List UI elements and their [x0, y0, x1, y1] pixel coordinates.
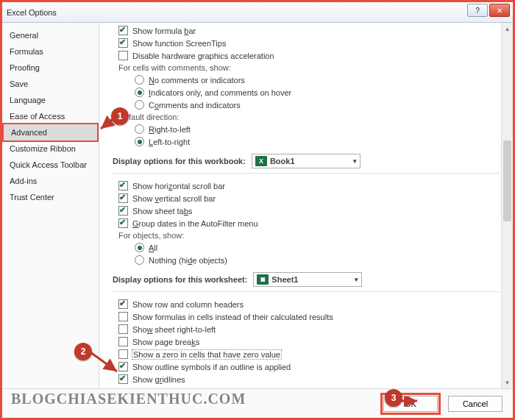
content-pane: Show formula bar Show function ScreenTip… — [99, 23, 513, 388]
options-sidebar: General Formulas Proofing Save Language … — [2, 23, 99, 388]
disable-hw-label: Disable hardware graphics acceleration — [132, 51, 274, 60]
sidebar-item-advanced[interactable]: Advanced — [2, 123, 99, 142]
group-dates-label: Group dates in the AutoFilter menu — [132, 219, 258, 228]
objects-heading: For objects, show: — [113, 229, 500, 241]
sheet-tabs-label: Show sheet tabs — [132, 207, 192, 216]
group-dates-checkbox[interactable] — [118, 218, 128, 228]
hscroll-checkbox[interactable] — [118, 181, 128, 191]
disable-hw-checkbox[interactable] — [118, 51, 128, 60]
show-zero-label: Show a zero in cells that have zero valu… — [132, 350, 281, 359]
callout-3: 3 — [385, 389, 402, 407]
page-breaks-label: Show page breaks — [132, 338, 199, 346]
page-breaks-checkbox[interactable] — [118, 337, 128, 346]
outline-symbols-label: Show outline symbols if an outline is ap… — [132, 363, 291, 371]
sheet-tabs-checkbox[interactable] — [118, 206, 128, 216]
comments-both-radio[interactable] — [135, 100, 144, 110]
show-formula-bar-label: Show formula bar — [132, 26, 196, 35]
sheet-rtl-checkbox[interactable] — [118, 324, 128, 334]
worksheet-combo-value: Sheet1 — [271, 275, 298, 284]
obj-none-label: Nothing (hide objects) — [149, 256, 227, 265]
comments-indicators-radio[interactable] — [135, 88, 144, 97]
worksheet-combo[interactable]: ▦Sheet1 — [253, 272, 362, 287]
hscroll-label: Show horizontal scroll bar — [132, 182, 225, 191]
vscroll-checkbox[interactable] — [118, 193, 128, 203]
workbook-group-label: Display options for this workbook: — [113, 157, 246, 165]
worksheet-group-title: Display options for this worksheet: ▦She… — [113, 266, 500, 292]
sidebar-item-proofing[interactable]: Proofing — [2, 60, 99, 76]
workbook-combo-value: Book1 — [270, 157, 295, 165]
obj-none-radio[interactable] — [135, 255, 144, 265]
comments-none-label: No comments or indicators — [149, 76, 245, 85]
close-button[interactable]: ✕ — [489, 4, 510, 17]
sidebar-item-customize-ribbon[interactable]: Customize Ribbon — [2, 140, 99, 157]
obj-all-radio[interactable] — [135, 243, 144, 252]
vscroll-label: Show vertical scroll bar — [132, 194, 216, 203]
ltr-label: Left-to-right — [149, 138, 190, 146]
obj-all-label: All — [149, 243, 157, 252]
sidebar-item-ease-of-access[interactable]: Ease of Access — [2, 108, 99, 124]
rtl-radio[interactable] — [135, 124, 144, 134]
row-col-headers-checkbox[interactable] — [118, 299, 128, 309]
row-col-headers-label: Show row and column headers — [132, 300, 244, 309]
help-button[interactable]: ? — [467, 4, 488, 17]
comments-none-radio[interactable] — [135, 75, 144, 85]
excel-icon: X — [255, 156, 267, 166]
show-formulas-label: Show formulas in cells instead of their … — [132, 313, 333, 321]
show-screentips-checkbox[interactable] — [118, 38, 128, 48]
direction-heading: Default direction: — [113, 111, 500, 123]
watermark: BLOGCHIASEKIENTHUC.COM — [11, 391, 246, 407]
sidebar-item-save[interactable]: Save — [2, 76, 99, 92]
sheet-icon: ▦ — [257, 274, 269, 285]
comments-indicators-label: Indicators only, and comments on hover — [149, 88, 291, 97]
worksheet-group-label: Display options for this worksheet: — [113, 275, 247, 284]
sidebar-item-addins[interactable]: Add-ins — [2, 173, 99, 189]
callout-1: 1 — [111, 107, 129, 125]
gridlines-label: Show gridlines — [132, 375, 185, 384]
show-formulas-checkbox[interactable] — [118, 312, 128, 321]
titlebar: Excel Options ? ✕ — [2, 2, 513, 23]
rtl-label: Right-to-left — [149, 125, 191, 134]
show-screentips-label: Show function ScreenTips — [132, 39, 226, 48]
sidebar-item-quick-access-toolbar[interactable]: Quick Access Toolbar — [2, 157, 99, 173]
arrow-3 — [399, 396, 420, 407]
show-formula-bar-checkbox[interactable] — [118, 26, 128, 35]
comments-heading: For cells with comments, show: — [113, 62, 500, 74]
content-scrollbar[interactable]: ▲▼ — [501, 23, 513, 388]
sidebar-item-language[interactable]: Language — [2, 92, 99, 108]
workbook-group-title: Display options for this workbook: XBook… — [113, 148, 500, 174]
callout-2: 2 — [74, 343, 92, 360]
sidebar-item-general[interactable]: General — [2, 27, 99, 43]
comments-both-label: Comments and indicators — [149, 101, 241, 110]
cancel-button[interactable]: Cancel — [448, 396, 502, 412]
arrow-2 — [88, 349, 121, 376]
window-title: Excel Options — [7, 8, 57, 17]
ltr-radio[interactable] — [135, 137, 144, 146]
workbook-combo[interactable]: XBook1 — [252, 154, 360, 168]
sidebar-item-formulas[interactable]: Formulas — [2, 43, 99, 60]
sheet-rtl-label: Show sheet right-to-left — [132, 325, 216, 334]
sidebar-item-trust-center[interactable]: Trust Center — [2, 189, 99, 205]
